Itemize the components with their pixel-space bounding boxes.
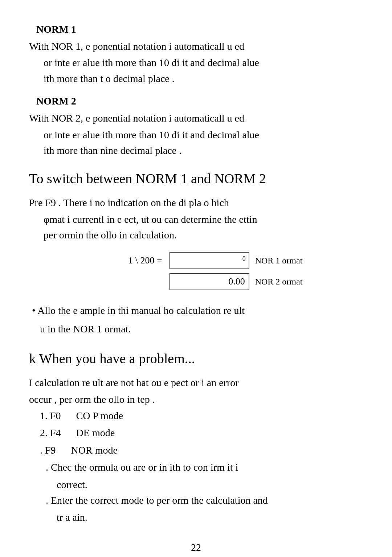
- bullet-symbol: •: [32, 305, 36, 316]
- page-number: 22: [29, 540, 363, 555]
- norm2-section: NORM 2 With NOR 2, e ponential notation …: [29, 94, 363, 158]
- dot-item-1: . Chec the ormula ou are or in ith to co…: [40, 459, 363, 475]
- calc-row-2: 0.00 NOR 2 ormat: [90, 273, 303, 290]
- calc-result-value: 0.00: [228, 274, 245, 288]
- calc-expression: 1 \ 200 =: [90, 253, 162, 267]
- calc-superscript: 0: [242, 254, 246, 264]
- step2-num: 2. F4: [40, 427, 61, 438]
- dot2-line: . Enter the correct mode to per orm the …: [46, 495, 268, 506]
- dot-item-2: . Enter the correct mode to per orm the …: [40, 492, 363, 508]
- switch-heading: To switch between NORM 1 and NORM 2: [29, 168, 363, 189]
- section-k-heading: k When you have a problem...: [29, 348, 363, 369]
- calculator-area: 1 \ 200 = 0 NOR 1 ormat 0.00 NOR 2 ormat: [29, 252, 363, 294]
- switch-line3: per ormin the ollo in calculation.: [44, 227, 363, 243]
- switch-body: Pre F9 . There i no indication on the di…: [29, 195, 363, 243]
- bullet-line1: • Allo the e ample in thi manual ho calc…: [29, 303, 363, 318]
- section-k-line1: I calculation re ult are not hat ou e pe…: [29, 375, 363, 390]
- step1-num: 1. F0: [40, 410, 61, 421]
- switch-line2: φmat i currentl in e ect, ut ou can dete…: [44, 212, 363, 227]
- step1-text: CO P mode: [76, 410, 123, 421]
- calc-format-2: NOR 2 ormat: [255, 275, 303, 288]
- calc-result-box-1: 0: [170, 252, 249, 269]
- bullet-line2: u in the NOR 1 ormat.: [40, 321, 363, 337]
- step-3: . F9 NOR mode: [40, 442, 363, 458]
- norm1-line3: ith more than t o decimal place .: [44, 71, 363, 86]
- dot2-cont: tr a ain.: [57, 509, 363, 525]
- calc-result-box-2: 0.00: [170, 273, 249, 290]
- norm1-heading: NORM 1: [36, 22, 363, 37]
- steps-list: 1. F0 CO P mode 2. F4 DE mode . F9 NOR m…: [40, 408, 363, 525]
- bullet-note: • Allo the e ample in thi manual ho calc…: [29, 303, 363, 337]
- calc-row-1: 1 \ 200 = 0 NOR 1 ormat: [90, 252, 303, 269]
- section-k-body: I calculation re ult are not hat ou e pe…: [29, 375, 363, 407]
- section-k-line2: occur , per orm the ollo in tep .: [29, 392, 363, 407]
- step3-text: NOR mode: [71, 445, 118, 456]
- switch-line1: Pre F9 . There i no indication on the di…: [29, 195, 363, 210]
- norm1-section: NORM 1 With NOR 1, e ponential notation …: [29, 22, 363, 86]
- norm2-line1: With NOR 2, e ponential notation i autom…: [29, 110, 363, 126]
- step3-num: . F9: [40, 445, 56, 456]
- norm2-heading: NORM 2: [36, 94, 363, 109]
- norm1-line1: With NOR 1, e ponential notation i autom…: [29, 38, 363, 54]
- norm2-line3: ith more than nine decimal place .: [44, 143, 363, 158]
- step-1: 1. F0 CO P mode: [40, 408, 363, 423]
- dot1-cont: correct.: [57, 477, 363, 492]
- norm2-line2: or inte er alue ith more than 10 di it a…: [44, 127, 363, 143]
- calc-format-1: NOR 1 ormat: [255, 254, 303, 267]
- step2-text: DE mode: [76, 427, 115, 438]
- dot1-line: . Chec the ormula ou are or in ith to co…: [46, 462, 238, 473]
- step-2: 2. F4 DE mode: [40, 425, 363, 441]
- norm1-line2: or inte er alue ith more than 10 di it a…: [44, 55, 363, 70]
- bullet-text-1: Allo the e ample in thi manual ho calcul…: [36, 305, 245, 316]
